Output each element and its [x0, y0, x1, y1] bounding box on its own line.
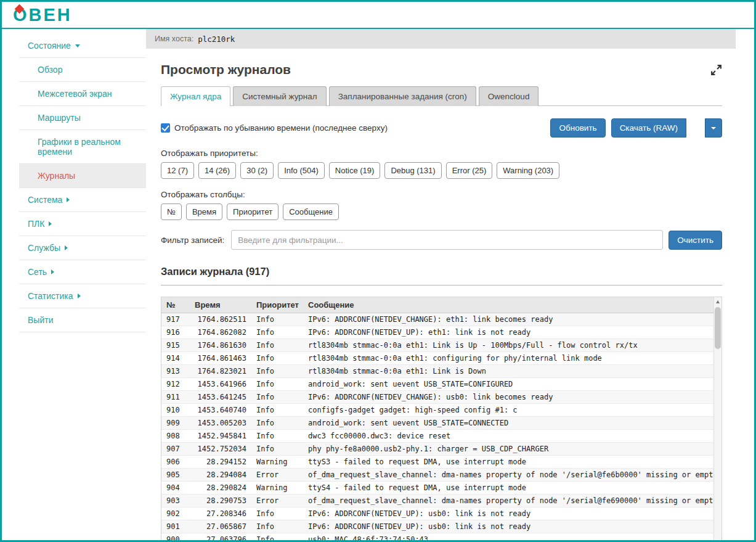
sidebar: Состояние Обзор Межсетевой экран Маршрут…	[2, 29, 146, 540]
filter-label: Фильтр записей:	[161, 236, 224, 245]
sidebar-item-routes[interactable]: Маршруты	[19, 106, 146, 130]
column-toggle-button[interactable]: Приоритет	[227, 203, 278, 220]
log-number-cell: 910	[161, 404, 190, 417]
column-header: №	[161, 297, 190, 313]
priority-filter-button[interactable]: Debug (131)	[384, 162, 441, 179]
log-number-cell: 903	[161, 495, 190, 507]
table-row: 910 1453.640740 Info configfs-gadget gad…	[161, 404, 713, 417]
log-priority-cell: Info	[251, 417, 303, 430]
log-number-cell: 905	[161, 469, 190, 482]
priority-filter-button[interactable]: 12 (7)	[161, 162, 194, 179]
log-time-cell: 28.290753	[190, 495, 251, 507]
table-row: 900 27.063796 Info usb0: MAC 48:6f:73:74…	[161, 533, 713, 542]
sidebar-item-realtime-graphs[interactable]: Графики в реальном времени	[19, 130, 146, 164]
top-header: ОВЕН	[2, 2, 754, 29]
log-number-cell: 909	[161, 417, 190, 430]
priority-filters: 12 (7) 14 (26) 30 (2) Info (504) Notice …	[161, 162, 722, 179]
log-time-cell: 1764.861463	[190, 352, 251, 365]
log-time-cell: 1764.862511	[190, 313, 251, 326]
sidebar-item-label: Статистика	[28, 291, 73, 301]
sidebar-item-group[interactable]: Система	[19, 188, 146, 212]
sidebar-item-label: Выйти	[28, 315, 53, 325]
table-row: 912 1453.641966 Info android_work: sent …	[161, 378, 713, 391]
log-time-cell: 1453.005203	[190, 417, 251, 430]
column-toggle-button[interactable]: Время	[186, 203, 222, 220]
chevron-right-icon	[49, 221, 52, 226]
log-priority-cell: Warning	[251, 482, 303, 495]
sidebar-item-logout[interactable]: Выйти	[19, 308, 146, 332]
priority-filter-button[interactable]: Warning (203)	[497, 162, 559, 179]
scroll-up-arrow-icon[interactable]	[714, 297, 721, 306]
column-toggle-button[interactable]: Сообщение	[283, 203, 339, 220]
tab-owencloud[interactable]: Owencloud	[479, 86, 539, 106]
column-toggle-button[interactable]: №	[161, 203, 182, 220]
sidebar-item-label: Графики в реальном времени	[38, 137, 141, 157]
log-time-cell: 28.290824	[190, 482, 251, 495]
download-options-button[interactable]	[705, 118, 722, 138]
scrollbar-thumb[interactable]	[715, 307, 721, 349]
sidebar-item-overview[interactable]: Обзор	[19, 58, 146, 82]
table-row: 911 1453.641245 Info IPv6: ADDRCONF(NETD…	[161, 391, 713, 404]
log-priority-cell: Info	[251, 430, 303, 443]
priority-filter-button[interactable]: 14 (26)	[198, 162, 236, 179]
sidebar-item-logs[interactable]: Журналы	[19, 164, 146, 188]
table-row: 915 1764.861630 Info rtl8304mb stmmac-0:…	[161, 339, 713, 352]
log-priority-cell: Info	[251, 507, 303, 520]
log-message-cell: configfs-gadget gadget: high-speed confi…	[303, 404, 713, 417]
tab-system-log[interactable]: Системный журнал	[233, 86, 326, 106]
sidebar-item-group[interactable]: Сеть	[19, 260, 146, 284]
vertical-scrollbar[interactable]	[713, 297, 721, 542]
sidebar-item-group[interactable]: Статистика	[19, 284, 146, 308]
sidebar-item-label: Службы	[28, 243, 60, 253]
priority-filter-button[interactable]: Info (504)	[278, 162, 325, 179]
clear-filter-button[interactable]: Очистить	[669, 231, 722, 250]
log-message-cell: IPv6: ADDRCONF(NETDEV_CHANGE): usb0: lin…	[303, 391, 713, 404]
priorities-label: Отображать приоритеты:	[161, 149, 722, 158]
filter-input[interactable]	[231, 230, 663, 250]
log-message-cell: IPv6: ADDRCONF(NETDEV_UP): usb0: link is…	[303, 520, 713, 533]
tab-kernel-log[interactable]: Журнал ядра	[161, 86, 230, 106]
table-row: 903 28.290753 Error of_dma_request_slave…	[161, 495, 713, 507]
priority-filter-button[interactable]: 30 (2)	[240, 162, 274, 179]
chevron-down-icon	[711, 127, 716, 129]
sidebar-item-label: Маршруты	[38, 113, 81, 123]
log-message-cell: IPv6: ADDRCONF(NETDEV_UP): usb0: link is…	[303, 507, 713, 520]
sort-descending-label: Отображать по убыванию времени (последне…	[174, 123, 388, 133]
priority-filter-button[interactable]: Notice (19)	[329, 162, 381, 179]
log-table-container: № Время Приоритет Сообщение	[161, 297, 722, 542]
table-header-row: № Время Приоритет Сообщение	[161, 297, 713, 313]
log-message-cell: ttyS3 - failed to request DMA, use inter…	[303, 456, 713, 469]
log-priority-cell: Info	[251, 339, 303, 352]
table-row: 902 27.208346 Info IPv6: ADDRCONF(NETDEV…	[161, 507, 713, 520]
sidebar-item-firewall[interactable]: Межсетевой экран	[19, 82, 146, 106]
log-time-cell: 28.294152	[190, 456, 251, 469]
priority-filter-button[interactable]: Error (25)	[446, 162, 493, 179]
log-message-cell: rtl8304mb stmmac-0:0a eth1: Link is Up -…	[303, 339, 713, 352]
sidebar-item-status[interactable]: Состояние	[19, 34, 146, 58]
log-number-cell: 904	[161, 482, 190, 495]
refresh-button[interactable]: Обновить	[550, 118, 605, 138]
chevron-down-icon	[75, 44, 80, 47]
log-number-cell: 916	[161, 326, 190, 339]
tab-bar: Журнал ядра Системный журнал Запланирова…	[161, 86, 722, 106]
sidebar-item-group[interactable]: Службы	[19, 236, 146, 260]
log-message-cell: IPv6: ADDRCONF(NETDEV_CHANGE): eth1: lin…	[303, 313, 713, 326]
columns-label: Отображать столбцы:	[161, 190, 722, 199]
log-message-cell: usb0: MAC 48:6f:73:74:50:43	[303, 533, 713, 542]
sidebar-item-group[interactable]: ПЛК	[19, 212, 146, 236]
log-time-cell: 27.063796	[190, 533, 251, 542]
log-time-cell: 1764.862082	[190, 326, 251, 339]
sidebar-item-label: Обзор	[38, 65, 62, 75]
log-number-cell: 912	[161, 378, 190, 391]
sort-descending-checkbox[interactable]	[161, 123, 170, 133]
log-message-cell: phy phy-fe8a0000.usb2-phy.1: charger = U…	[303, 443, 713, 456]
log-entries-title: Записи журнала (917)	[161, 266, 722, 285]
log-number-cell: 913	[161, 365, 190, 378]
download-raw-button[interactable]: Скачать (RAW)	[611, 118, 686, 138]
tab-cron[interactable]: Запланированные задания (cron)	[329, 86, 476, 106]
hostname-label: Имя хоста:	[155, 35, 193, 43]
log-time-cell: 28.294084	[190, 469, 251, 482]
expand-icon[interactable]	[710, 64, 722, 76]
table-row: 917 1764.862511 Info IPv6: ADDRCONF(NETD…	[161, 313, 713, 326]
sidebar-item-label: Журналы	[38, 171, 75, 181]
